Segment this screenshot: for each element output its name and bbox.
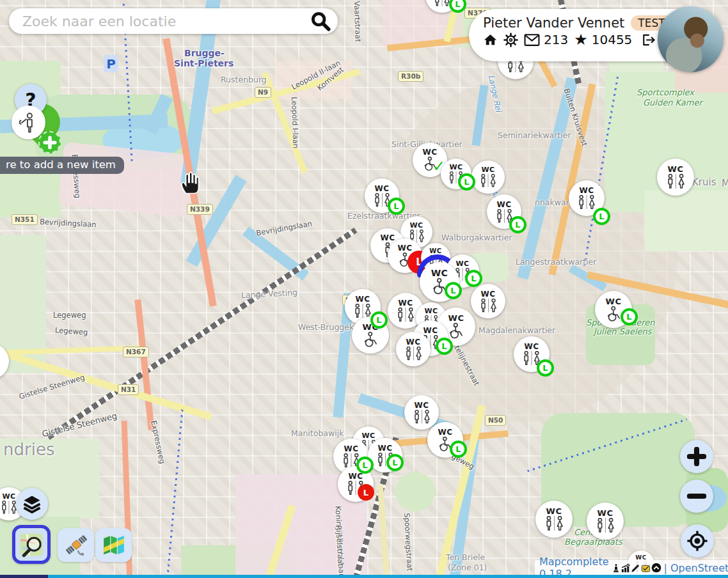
- home-icon[interactable]: [483, 33, 498, 47]
- zoom-in-button[interactable]: [680, 440, 713, 473]
- minus-icon: [687, 487, 706, 506]
- wc-marker[interactable]: WC✓: [413, 143, 447, 177]
- osm-map-search-icon: [18, 532, 45, 558]
- green-clock-badge-icon: L: [450, 441, 467, 458]
- wc-marker[interactable]: WCL: [427, 422, 463, 458]
- add-item-plus-icon[interactable]: [38, 131, 61, 153]
- green-clock-badge-icon: L: [593, 208, 610, 225]
- basemap-style-map-button[interactable]: [95, 528, 132, 562]
- message-count: 213: [544, 32, 568, 47]
- green-clock-badge-icon: L: [436, 338, 453, 355]
- new-item-icon: [18, 111, 40, 134]
- folded-map-icon: [101, 533, 127, 558]
- map-markers-layer: WCLWCWC✓WCLWCWCLWCLWCLWCWCWCWCLWCWCLWCLW…: [0, 0, 728, 578]
- green-clock-badge-icon: L: [356, 457, 374, 474]
- wc-marker[interactable]: WCL: [441, 159, 471, 189]
- user-avatar[interactable]: [658, 6, 724, 72]
- editor-icon[interactable]: [641, 563, 651, 573]
- zoom-out-button[interactable]: [680, 480, 713, 513]
- green-clock-badge-icon: L: [445, 282, 462, 299]
- layers-button[interactable]: [16, 488, 48, 520]
- logout-icon[interactable]: [640, 33, 656, 47]
- wc-marker[interactable]: WCL: [487, 194, 521, 229]
- green-clock-badge-icon: L: [449, 0, 466, 13]
- green-clock-badge-icon: L: [509, 216, 526, 233]
- wc-marker[interactable]: WC: [396, 332, 431, 366]
- hand-cursor-icon: [180, 170, 201, 198]
- add-item-button[interactable]: [12, 105, 45, 139]
- wc-marker[interactable]: WCL: [569, 180, 605, 216]
- statistics-icon[interactable]: [621, 563, 630, 573]
- plus-icon: [687, 447, 706, 466]
- geolocate-button[interactable]: [681, 524, 714, 558]
- wc-marker[interactable]: WCL: [420, 262, 459, 302]
- layers-icon: [22, 494, 42, 513]
- wc-marker[interactable]: WCL: [365, 178, 399, 213]
- attribution-bar: Mapcomplete 0.18.2 | OpenStreetMap: [535, 560, 728, 575]
- star-count: 10455: [592, 32, 633, 47]
- red-clock-badge-icon: L: [358, 484, 374, 501]
- green-clock-badge-icon: L: [537, 359, 554, 377]
- green-clock-badge-icon: L: [465, 270, 482, 287]
- edit-pencil-icon[interactable]: [631, 563, 640, 573]
- osm-link[interactable]: OpenStreetMap: [670, 562, 728, 574]
- statue-icon[interactable]: [612, 563, 621, 573]
- search-icon[interactable]: [310, 10, 331, 32]
- license-icon[interactable]: [651, 563, 661, 573]
- star-icon[interactable]: ★: [574, 32, 588, 47]
- theme-progress-bar: [0, 575, 728, 578]
- wc-marker[interactable]: WC: [404, 395, 439, 430]
- satellite-icon: [63, 533, 89, 558]
- messages-icon[interactable]: [524, 33, 540, 47]
- green-clock-badge-icon: L: [621, 308, 638, 325]
- search-input[interactable]: [21, 13, 310, 30]
- wc-marker[interactable]: WCL: [595, 291, 632, 328]
- wc-marker[interactable]: WCL: [425, 0, 459, 13]
- green-clock-badge-icon: L: [388, 198, 405, 215]
- location-search[interactable]: [9, 8, 338, 34]
- wc-marker[interactable]: WC: [471, 160, 505, 194]
- basemap-style-osm-button[interactable]: [12, 525, 51, 564]
- add-item-tooltip: re to add a new item: [0, 157, 124, 174]
- wc-marker[interactable]: WC: [657, 159, 694, 196]
- green-clock-badge-icon: L: [386, 454, 404, 471]
- attribution-separator: |: [664, 562, 667, 574]
- basemap-style-satellite-button[interactable]: [58, 528, 94, 562]
- wc-marker[interactable]: WC: [587, 503, 624, 540]
- user-name: Pieter Vander Vennet: [483, 15, 624, 31]
- check-badge-icon: ✓: [432, 157, 445, 175]
- wc-marker[interactable]: WC: [471, 284, 505, 318]
- wc-marker[interactable]: WC: [0, 343, 9, 379]
- green-clock-badge-icon: L: [370, 311, 388, 329]
- settings-gear-icon[interactable]: [503, 33, 518, 47]
- wc-marker[interactable]: WCL: [514, 336, 550, 372]
- crosshair-icon: [686, 530, 708, 552]
- wc-marker[interactable]: WC: [535, 501, 573, 538]
- map-canvas[interactable]: Brugge-Sint-PietersRustenburgSint-Gillis…: [0, 0, 728, 578]
- green-clock-badge-icon: L: [458, 173, 475, 191]
